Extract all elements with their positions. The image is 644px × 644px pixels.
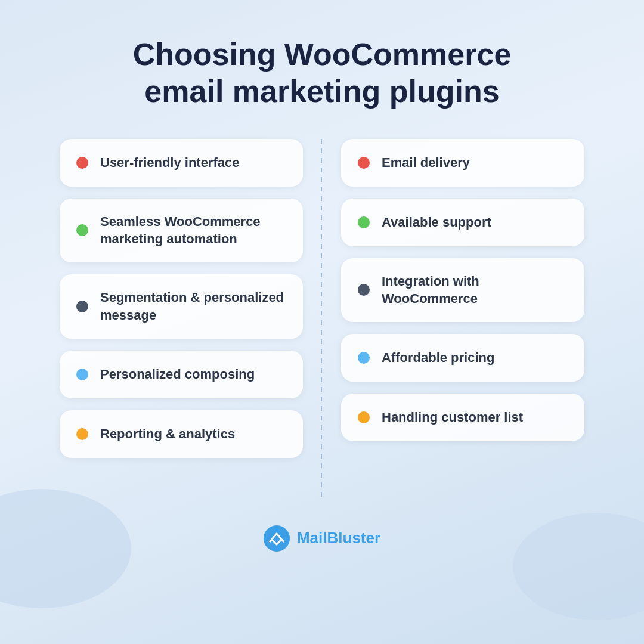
card-affordable-pricing: Affordable pricing — [341, 334, 584, 382]
card-seamless: Seamless WooCommerce marketing automatio… — [60, 199, 303, 262]
card-handling-customer: Handling customer list — [341, 394, 584, 441]
card-available-support: Available support — [341, 199, 584, 246]
right-column: Email deliveryAvailable supportIntegrati… — [323, 139, 584, 441]
dot-user-friendly — [76, 157, 88, 169]
card-text-segmentation: Segmentation & personalized message — [100, 289, 286, 324]
dot-segmentation — [76, 301, 88, 312]
feature-grid: User-friendly interfaceSeamless WooComme… — [60, 139, 584, 497]
card-text-affordable-pricing: Affordable pricing — [382, 349, 494, 367]
card-text-email-delivery: Email delivery — [382, 154, 470, 172]
footer: MailBluster — [264, 525, 380, 552]
card-user-friendly: User-friendly interface — [60, 139, 303, 187]
dot-email-delivery — [358, 157, 370, 169]
card-text-available-support: Available support — [382, 213, 491, 231]
page-title: Choosing WooCommerce email marketing plu… — [89, 36, 555, 110]
svg-point-0 — [264, 525, 290, 552]
brand-prefix: Mail — [297, 529, 327, 547]
dot-integration — [358, 284, 370, 296]
card-segmentation: Segmentation & personalized message — [60, 274, 303, 338]
card-text-integration: Integration with WooCommerce — [382, 273, 568, 308]
card-text-seamless: Seamless WooCommerce marketing automatio… — [100, 213, 286, 248]
dot-affordable-pricing — [358, 352, 370, 364]
card-email-delivery: Email delivery — [341, 139, 584, 187]
left-column: User-friendly interfaceSeamless WooComme… — [60, 139, 321, 458]
card-text-personalized-composing: Personalized composing — [100, 366, 255, 383]
dot-reporting — [76, 428, 88, 440]
card-text-reporting: Reporting & analytics — [100, 425, 235, 443]
card-integration: Integration with WooCommerce — [341, 258, 584, 322]
dot-personalized-composing — [76, 369, 88, 380]
brand-suffix: Bluster — [327, 529, 381, 547]
page-content: Choosing WooCommerce email marketing plu… — [0, 0, 644, 552]
card-reporting: Reporting & analytics — [60, 410, 303, 458]
dot-available-support — [358, 216, 370, 228]
dot-seamless — [76, 224, 88, 236]
brand-name: MailBluster — [297, 529, 380, 547]
dot-handling-customer — [358, 411, 370, 423]
column-divider — [321, 139, 322, 497]
mailbluster-logo-icon — [264, 525, 290, 552]
card-personalized-composing: Personalized composing — [60, 351, 303, 398]
card-text-handling-customer: Handling customer list — [382, 408, 523, 426]
card-text-user-friendly: User-friendly interface — [100, 154, 240, 172]
